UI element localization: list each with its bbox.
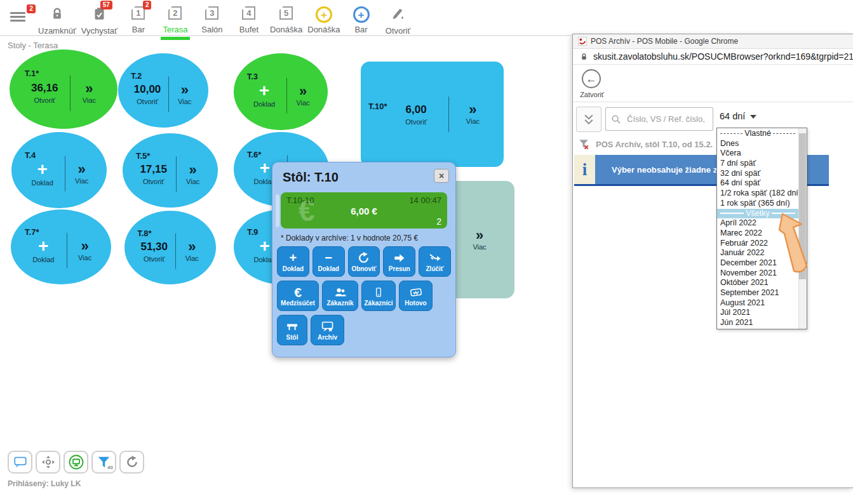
dropdown-option[interactable]: 1/2 roka späť (182 dní) [717,189,798,199]
toolbar-item-terasa[interactable]: 2Terasa [157,6,194,34]
archív-button[interactable]: Archív [311,315,344,345]
filter-button[interactable]: 40 [91,451,116,474]
table-open-zone[interactable]: 10,00Otvoriť [126,83,169,105]
table-open-zone[interactable]: +Doklad [20,161,65,186]
clear-filter-icon[interactable] [578,138,589,150]
dropdown-option[interactable]: 1 rok späť (365 dní) [717,199,798,209]
dropdown-option[interactable]: Október 2021 [717,278,798,288]
back-button-label: Zatvoriť [578,91,606,98]
dropdown-option[interactable]: 64 dní späť [717,178,798,189]
chevrons-right-icon: » [71,82,108,95]
toolbar-item-vychystať[interactable]: 57Vychystať [79,6,120,36]
chat-button[interactable] [8,451,32,474]
url-bar[interactable]: skusit.zavolatobsluhu.sk/POSUCMBrowser?o… [573,49,853,65]
toolbar-item-salón[interactable]: 3Salón [194,6,231,34]
toolbar-item-uzamknúť[interactable]: Uzamknúť [36,6,79,36]
plus-icon: + [20,238,67,253]
table-T.1*[interactable]: T.1*36,16Otvoriť»Viac [10,50,118,129]
table-more-label: Viac [71,96,108,103]
pos-app: 2 Uzamknúť57Vychystať12Bar2Terasa3Salón4… [0,0,853,504]
dropdown-option[interactable]: Včera [717,149,798,159]
medzisúčet-button[interactable]: €Medzisúčet [277,281,319,311]
doklad-button[interactable]: +Doklad [277,246,309,277]
refresh-button[interactable] [119,451,144,474]
toolbar-item-bar[interactable]: 12Bar [120,6,157,34]
table-T.10*[interactable]: T.10*6,00Otvoriť»Viac [361,62,504,167]
close-icon[interactable]: × [434,169,449,183]
zákazník-button[interactable]: Zákazník [322,281,358,311]
dropdown-option[interactable]: November 2021 [717,269,798,279]
toolbar-item-donáška[interactable]: 5Donáška [267,6,305,34]
zlúčiť-button[interactable]: Zlúčiť [419,246,451,277]
table-more-zone[interactable]: »Viac [65,163,98,185]
search-field[interactable] [605,107,713,131]
table-open-zone[interactable]: 51,30Otvoriť [133,240,176,262]
toolbar-item-donáška[interactable]: +Donáška [305,6,342,34]
chevron-down-icon [750,115,756,119]
chevrons-right-icon: » [449,103,497,116]
table-T.8*[interactable]: T.8*51,30Otvoriť»Viac [124,211,216,284]
dropdown-option[interactable]: August 2021 [717,298,798,308]
merge-icon [429,251,441,265]
info-icon-box: i [574,155,595,184]
table-open-zone[interactable]: +Doklad [242,83,286,108]
chevrons-right-icon: » [169,83,200,96]
dropdown-option[interactable]: Júl 2021 [717,308,798,318]
plus-circle-icon: + [316,6,332,23]
dropdown-option[interactable]: September 2021 [717,288,798,298]
table-more-label: Viac [65,177,98,185]
back-button[interactable]: ← [582,69,601,88]
table-more-zone[interactable]: »Viac [67,240,102,262]
table-T.2[interactable]: T.210,00Otvoriť»Viac [118,53,208,128]
table-more-zone[interactable]: »Viac [71,82,108,103]
dropdown-option[interactable]: Všetky [717,209,798,219]
toolbar-item-bufet[interactable]: 4Bufet [231,6,267,34]
toolbar-item-otvoriť[interactable]: Otvoriť [380,6,417,36]
dropdown-option[interactable]: Január 2022 [717,248,798,258]
monitor-button[interactable] [64,451,88,474]
search-input[interactable] [626,114,708,124]
doklad-button[interactable]: −Doklad [312,246,345,277]
table-more-zone[interactable]: »Viac [177,163,210,185]
table-open-zone[interactable]: 36,16Otvoriť [19,82,70,104]
dropdown-option[interactable]: Dnes [717,139,798,149]
table-open-zone[interactable]: 17,15Otvoriť [131,163,176,185]
dialog-button-label: Zákazníci [364,300,393,307]
dropdown-option[interactable]: December 2021 [717,258,798,269]
obnoviť-button[interactable]: Obnoviť [348,246,380,277]
zákazníci-button[interactable]: Zákazníci [361,281,396,311]
table-open-zone[interactable]: 6,00Otvoriť [384,103,448,126]
dropdown-option[interactable]: Marec 2022 [717,229,798,239]
dropdown-option[interactable]: Jún 2021 [717,318,798,328]
table-more-zone[interactable]: »Viac [287,84,319,106]
window-title: POS Archív - POS Mobile - Google Chrome [591,37,738,46]
scrollbar-thumb[interactable] [799,133,806,279]
toolbar-item-bar[interactable]: +Bar [343,6,380,34]
expand-filters-button[interactable] [576,107,601,132]
dropdown-option[interactable]: Február 2022 [717,239,798,249]
table-T.5*[interactable]: T.5*17,15Otvoriť»Viac [123,133,218,208]
dropdown-option[interactable]: 7 dní späť [717,159,798,169]
toolbar-item-label: Donáška [270,25,302,34]
stôl-button[interactable]: Stôl [277,315,307,345]
dropdown-option[interactable]: 32 dní späť [717,169,798,179]
window-titlebar[interactable]: POS Archív - POS Mobile - Google Chrome [573,34,853,49]
table-T.3[interactable]: T.3+Doklad»Viac [234,53,328,130]
table-more-zone[interactable]: »Viac [176,241,208,262]
table-T.7*[interactable]: T.7*+Doklad»Viac [11,209,111,284]
period-dropdown[interactable]: 64 dní [720,111,756,121]
hotovo-button[interactable]: Hotovo [399,281,433,311]
archive-note: * Doklady v archíve: 1 v hodnote 20,75 € [281,234,418,242]
receipt-row[interactable]: € T.10-10 14 00:47 6,00 € 2 [281,192,447,229]
move-button[interactable] [36,451,60,474]
presun-button[interactable]: Presun [383,246,415,277]
table-T.4[interactable]: T.4+Doklad»Viac [11,132,107,208]
pos-favicon-icon [578,37,587,46]
table-more-zone[interactable]: »Viac [169,83,200,105]
table-more-zone[interactable]: »Viac [449,103,497,125]
dropdown-scrollbar[interactable] [798,128,807,329]
dropdown-option[interactable]: Apríl 2022 [717,218,798,229]
dropdown-option[interactable]: Vlastné [717,129,798,139]
hamburger-menu-button[interactable]: 2 [10,10,29,23]
table-open-zone[interactable]: +Doklad [20,238,67,263]
